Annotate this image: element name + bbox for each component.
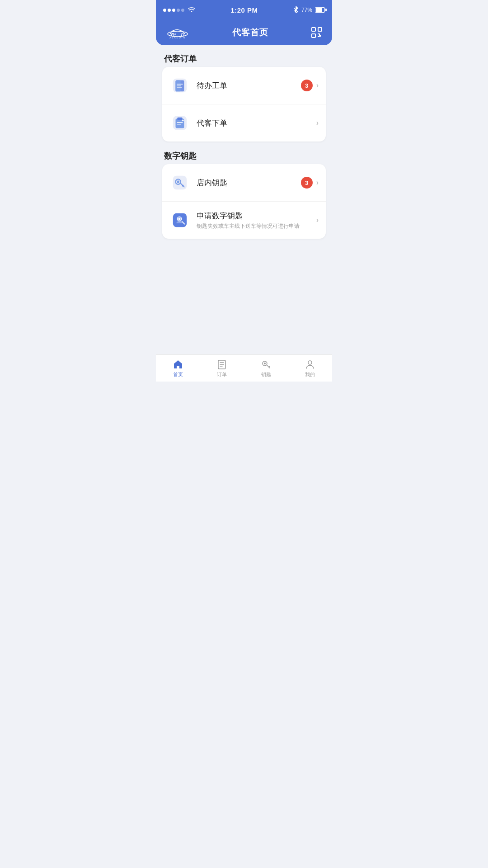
- signal-dot-2: [168, 9, 171, 12]
- svg-rect-21: [173, 176, 187, 189]
- tab-keys-label: 钥匙: [261, 371, 271, 378]
- svg-point-20: [182, 119, 184, 121]
- place-order-chevron: ›: [316, 119, 319, 127]
- pending-orders-label: 待办工单: [197, 80, 301, 91]
- app-logo: ALADDIN ALD: [164, 26, 191, 39]
- signal-dot-4: [177, 9, 180, 12]
- svg-rect-12: [177, 84, 183, 85]
- status-right: 77%: [293, 6, 325, 14]
- pending-orders-icon: [169, 75, 190, 96]
- tab-home[interactable]: 首页: [156, 355, 200, 382]
- svg-point-23: [177, 180, 179, 183]
- tab-keys[interactable]: 钥匙: [244, 355, 288, 382]
- orders-section: 代客订单 待办工单 3: [162, 53, 326, 142]
- pending-orders-text: 待办工单: [197, 80, 301, 91]
- key-tab-icon: [261, 359, 272, 370]
- svg-rect-17: [177, 118, 182, 120]
- signal-dots: [163, 9, 184, 12]
- status-left: [163, 6, 195, 14]
- app-header: ALADDIN ALD 代客首页: [156, 20, 332, 45]
- user-icon: [305, 359, 315, 370]
- shop-key-badge: 3: [301, 177, 313, 189]
- svg-point-26: [178, 218, 181, 220]
- battery-percent: 77%: [301, 7, 312, 13]
- main-content: 代客订单 待办工单 3: [156, 45, 332, 354]
- apply-key-right: ›: [316, 216, 319, 224]
- battery-icon: [315, 7, 325, 13]
- apply-key-icon: [169, 210, 190, 231]
- tab-mine[interactable]: 我的: [288, 355, 333, 382]
- shop-key-chevron: ›: [316, 179, 319, 187]
- status-time: 1:20 PM: [230, 6, 258, 14]
- tab-mine-label: 我的: [305, 371, 315, 378]
- status-bar: 1:20 PM 77%: [156, 0, 332, 20]
- home-icon: [173, 359, 183, 370]
- orders-card: 待办工单 3 ›: [162, 67, 326, 142]
- svg-point-32: [264, 363, 266, 364]
- shop-key-item[interactable]: 店内钥匙 3 ›: [162, 164, 326, 201]
- place-order-icon: [169, 113, 190, 133]
- page-title: 代客首页: [232, 27, 268, 38]
- tab-bar: 首页 订单 钥匙: [156, 354, 332, 382]
- pending-orders-right: 3 ›: [301, 80, 319, 91]
- svg-point-33: [308, 361, 312, 364]
- apply-key-label: 申请数字钥匙: [197, 211, 316, 221]
- order-tab-icon: [216, 359, 227, 370]
- svg-rect-7: [318, 28, 322, 31]
- svg-rect-19: [177, 124, 181, 125]
- apply-key-chevron: ›: [316, 216, 319, 224]
- shop-key-label: 店内钥匙: [197, 178, 301, 188]
- svg-rect-18: [177, 122, 183, 123]
- svg-text:ALADDIN: ALADDIN: [169, 36, 186, 39]
- apply-key-text: 申请数字钥匙 钥匙失效或车主线下送车等情况可进行申请: [197, 211, 316, 230]
- shop-key-text: 店内钥匙: [197, 178, 301, 188]
- place-order-label: 代客下单: [197, 118, 316, 128]
- signal-dot-3: [172, 9, 175, 12]
- scan-button[interactable]: [310, 25, 324, 40]
- orders-section-title: 代客订单: [164, 53, 326, 64]
- svg-rect-13: [177, 85, 181, 86]
- svg-rect-8: [312, 34, 315, 38]
- place-order-item[interactable]: 代客下单 ›: [162, 104, 326, 142]
- signal-dot-1: [163, 9, 166, 12]
- apply-key-subtitle: 钥匙失效或车主线下送车等情况可进行申请: [197, 222, 316, 230]
- bluetooth-icon: [293, 6, 299, 14]
- tab-orders[interactable]: 订单: [200, 355, 244, 382]
- place-order-text: 代客下单: [197, 118, 316, 128]
- digital-key-card: 店内钥匙 3 ›: [162, 164, 326, 239]
- svg-rect-14: [177, 87, 182, 88]
- digital-key-section: 数字钥匙 店内钥匙 3 ›: [162, 151, 326, 239]
- digital-key-section-title: 数字钥匙: [164, 151, 326, 161]
- tab-home-label: 首页: [173, 371, 183, 378]
- apply-key-item[interactable]: 申请数字钥匙 钥匙失效或车主线下送车等情况可进行申请 ›: [162, 201, 326, 239]
- tab-orders-label: 订单: [217, 371, 227, 378]
- svg-text:ALD: ALD: [172, 33, 177, 35]
- signal-dot-5: [181, 9, 184, 12]
- svg-rect-6: [312, 28, 315, 31]
- shop-key-icon: [169, 172, 190, 193]
- pending-orders-item[interactable]: 待办工单 3 ›: [162, 67, 326, 104]
- wifi-icon: [188, 6, 195, 14]
- shop-key-right: 3 ›: [301, 177, 319, 189]
- pending-orders-badge: 3: [301, 80, 313, 91]
- place-order-right: ›: [316, 119, 319, 127]
- pending-orders-chevron: ›: [316, 81, 319, 90]
